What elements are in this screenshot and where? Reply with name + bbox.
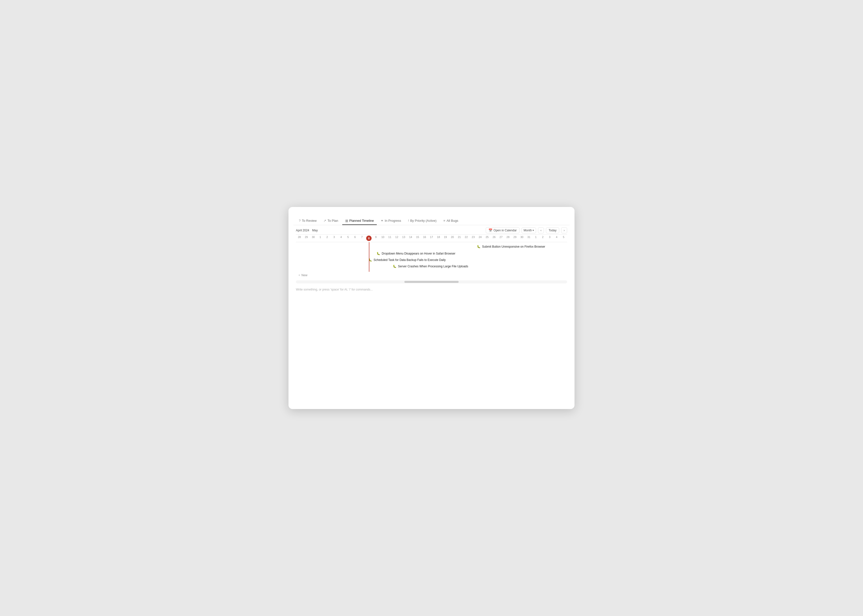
date-cell-38: 5 (560, 234, 567, 242)
date-cell-10: 8 (365, 234, 372, 242)
task-label: Scheduled Task for Data Backup Fails to … (373, 258, 446, 262)
scrollbar-thumb[interactable] (405, 281, 458, 283)
month-labels: April 2024 May (296, 229, 318, 232)
question-icon: ? (299, 219, 301, 223)
write-hint: Write something, or press 'space' for AI… (293, 285, 570, 291)
date-cell-23: 21 (456, 234, 463, 242)
chevron-down-icon: ▾ (532, 229, 534, 232)
month-label-may: May (312, 229, 318, 232)
nav-prev-button[interactable]: ‹ (538, 228, 544, 233)
date-cell-18: 16 (421, 234, 428, 242)
date-row: 2829301234567891011121314151617181920212… (296, 234, 567, 242)
new-row[interactable]: + New (296, 272, 567, 278)
date-cell-5: 3 (331, 234, 337, 242)
date-cell-8: 6 (351, 234, 359, 242)
date-cell-22: 20 (449, 234, 456, 242)
tab-to-review[interactable]: ? To Review (296, 217, 320, 225)
date-cell-15: 13 (400, 234, 407, 242)
date-cell-20: 18 (435, 234, 442, 242)
task-label: Dropdown Menu Disappears on Hover in Saf… (382, 252, 455, 255)
today-marker: 8 (366, 236, 372, 241)
date-cell-31: 29 (512, 234, 518, 242)
date-cell-2: 30 (310, 234, 317, 242)
date-cell-12: 10 (379, 234, 386, 242)
calendar-icon: 📅 (488, 228, 492, 232)
nav-next-button[interactable]: › (561, 228, 567, 233)
today-line (369, 242, 369, 272)
tab-to-plan[interactable]: ↗ To Plan (321, 217, 341, 225)
date-cell-16: 14 (407, 234, 414, 242)
date-cell-29: 27 (498, 234, 504, 242)
timeline-grid: 2829301234567891011121314151617181920212… (296, 234, 567, 278)
date-cell-9: 7 (359, 234, 365, 242)
bug-icon: 🐛 (376, 252, 380, 255)
date-cell-36: 3 (546, 234, 553, 242)
plus-icon: + (298, 273, 300, 277)
tabs-bar: ? To Review ↗ To Plan ▦ Planned Timeline… (293, 217, 570, 225)
tab-by-priority[interactable]: ! By Priority (Active) (405, 217, 439, 225)
date-cell-4: 2 (324, 234, 331, 242)
month-label-april: April 2024 (296, 229, 309, 232)
date-cell-35: 2 (539, 234, 546, 242)
date-cell-1: 29 (303, 234, 310, 242)
date-cell-19: 17 (428, 234, 435, 242)
task-item-3[interactable]: 🐛Scheduled Task for Data Backup Fails to… (366, 258, 448, 262)
date-cell-34: 1 (532, 234, 539, 242)
date-cell-25: 23 (470, 234, 477, 242)
date-cell-32: 30 (518, 234, 526, 242)
date-cell-33: 31 (526, 234, 532, 242)
tab-in-progress[interactable]: ✦ In Progress (378, 217, 404, 225)
date-cell-37: 4 (553, 234, 560, 242)
task-item-1[interactable]: 🐛Submit Button Unresponsive on Firefox B… (475, 244, 547, 249)
date-cell-24: 22 (463, 234, 470, 242)
date-cell-30: 28 (504, 234, 512, 242)
month-dropdown[interactable]: Month ▾ (521, 228, 536, 233)
app-window: ? To Review ↗ To Plan ▦ Planned Timeline… (288, 207, 575, 409)
date-cell-21: 19 (442, 234, 449, 242)
date-cell-27: 25 (483, 234, 490, 242)
task-label: Submit Button Unresponsive on Firefox Br… (482, 245, 545, 248)
grid-icon: ▦ (345, 219, 348, 223)
bug-icon: 🐛 (477, 245, 480, 248)
today-button[interactable]: Today (546, 228, 559, 233)
person-icon: ✦ (381, 219, 383, 223)
date-cell-11: 9 (372, 234, 379, 242)
date-cell-26: 24 (477, 234, 483, 242)
bug-icon: 🐛 (393, 265, 397, 268)
date-cell-28: 26 (491, 234, 498, 242)
task-item-2[interactable]: 🐛Dropdown Menu Disappears on Hover in Sa… (375, 251, 457, 256)
timeline-scrollbar[interactable] (296, 280, 567, 283)
task-item-4[interactable]: 🐛Server Crashes When Processing Large Fi… (391, 264, 470, 269)
timeline-controls: 📅 Open in Calendar Month ▾ ‹ Today › (486, 227, 567, 233)
open-in-calendar-button[interactable]: 📅 Open in Calendar (486, 227, 520, 233)
tab-planned-timeline[interactable]: ▦ Planned Timeline (342, 217, 377, 225)
date-cell-0: 28 (296, 234, 303, 242)
date-cell-17: 15 (414, 234, 421, 242)
timeline-header: April 2024 May 📅 Open in Calendar Month … (293, 225, 570, 234)
arrow-icon: ↗ (323, 219, 326, 223)
date-cell-13: 11 (386, 234, 393, 242)
tab-all-bugs[interactable]: ≡ All Bugs (440, 217, 461, 225)
date-cell-6: 4 (337, 234, 345, 242)
date-cell-3: 1 (317, 234, 324, 242)
date-cell-7: 5 (345, 234, 351, 242)
list-icon: ≡ (443, 219, 445, 223)
tasks-area: 🐛Submit Button Unresponsive on Firefox B… (296, 242, 567, 272)
task-label: Server Crashes When Processing Large Fil… (398, 265, 468, 268)
date-cell-14: 12 (393, 234, 400, 242)
exclaim-icon: ! (408, 219, 409, 223)
